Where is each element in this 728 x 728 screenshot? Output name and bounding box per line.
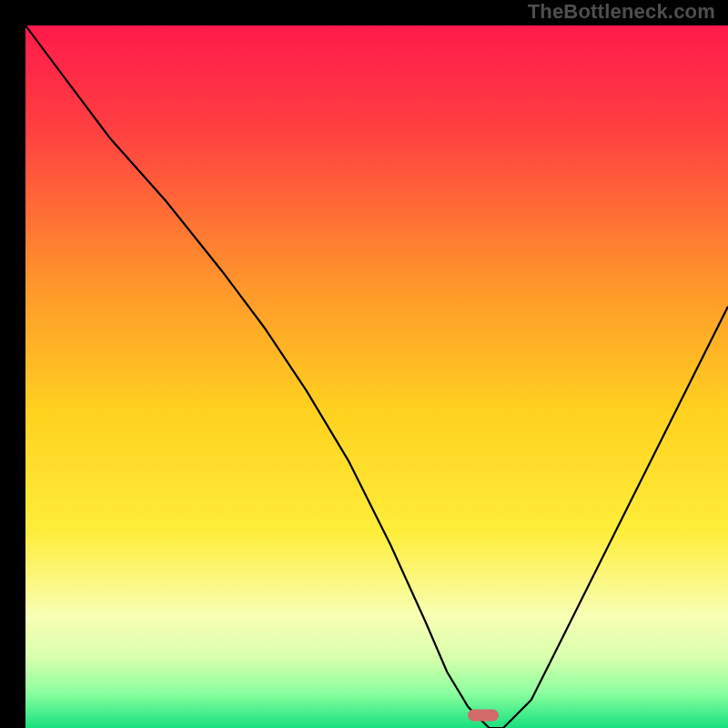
bottleneck-chart	[25, 25, 728, 728]
watermark-text: TheBottleneck.com	[528, 0, 715, 24]
chart-frame	[13, 13, 715, 715]
gradient-background	[25, 25, 728, 728]
optimal-point-marker	[468, 710, 499, 722]
